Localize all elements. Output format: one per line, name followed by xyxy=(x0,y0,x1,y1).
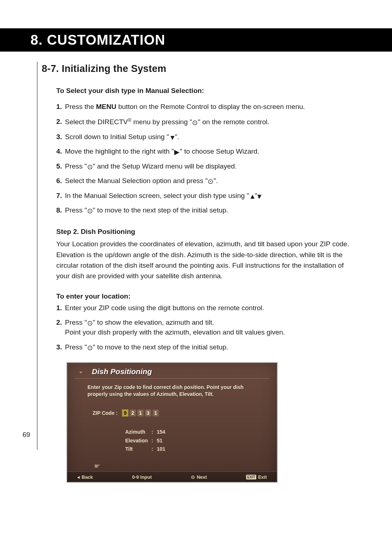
step-text: Scroll down to Initial Setup using "▼". xyxy=(65,133,179,141)
select-icon: ⊙ xyxy=(208,177,213,183)
zip-digit: 9 xyxy=(122,409,128,417)
registered-mark: ® xyxy=(128,117,131,123)
right-icon: ▶ xyxy=(174,147,180,153)
tv-value-row: Azimuth: 154 xyxy=(125,428,168,436)
step-text: Press "⊙" and the Setup Wizard menu will… xyxy=(65,162,237,170)
step-item: 7.In the Manual Selection screen, select… xyxy=(56,191,358,201)
select-icon: ⊙ xyxy=(87,206,93,212)
step-text: In the Manual Selection screen, select y… xyxy=(65,192,259,199)
content-area: 8-7. Initializing the System To Select y… xyxy=(42,63,358,482)
tv-value-label: Azimuth xyxy=(125,428,151,436)
manual-page: 8. CUSTOMIZATION 8-7. Initializing the S… xyxy=(0,0,392,555)
tv-zip-boxes: 92131 xyxy=(122,409,159,417)
select-icon: ⊙ xyxy=(87,162,93,168)
enter-location-steps: 1.Enter your ZIP code using the digit bu… xyxy=(56,303,358,352)
step-item: 1.Press the MENU button on the Remote Co… xyxy=(56,102,358,112)
step-text: Press "⊙" to move to the next step of th… xyxy=(65,343,228,351)
step-continuation: Point your dish properly with the azimut… xyxy=(65,328,358,337)
step-number: 2. xyxy=(56,318,62,328)
tv-zip-label: ZIP Code : xyxy=(93,410,118,416)
page-number: 69 xyxy=(23,431,30,439)
tv-value-label: Tilt xyxy=(125,445,151,453)
tv-title: Dish Positioning xyxy=(92,367,152,376)
select-icon: ⊙ xyxy=(192,118,198,124)
tv-instruction: Enter your Zip code to find correct dish… xyxy=(87,384,257,398)
step-number: 2. xyxy=(56,117,62,127)
step-item: 1.Enter your ZIP code using the digit bu… xyxy=(56,303,358,313)
step-item: 3.Press "⊙" to move to the next step of … xyxy=(56,343,358,352)
step-text: Enter your ZIP code using the digit butt… xyxy=(65,304,264,312)
step-number: 7. xyxy=(56,191,62,201)
step-item: 4.Move the highlight to the right with "… xyxy=(56,147,358,157)
section-title: 8-7. Initializing the System xyxy=(42,63,358,74)
tv-screenshot: ···▸ Dish Positioning Enter your Zip cod… xyxy=(67,363,277,482)
tv-footer-input: 0-9 Input xyxy=(132,474,152,480)
tv-value: 154 xyxy=(157,428,168,436)
step-number: 3. xyxy=(56,343,62,352)
step-text: Move the highlight to the right with "▶"… xyxy=(65,147,259,155)
manual-selection-heading: To Select your dish type in Manual Selec… xyxy=(56,87,358,95)
tv-divider xyxy=(74,378,270,378)
zip-digit: 1 xyxy=(137,409,144,417)
zip-digit: 2 xyxy=(130,409,136,417)
step-item: 2.Select the DIRECTV® menu by pressing "… xyxy=(56,117,358,127)
tv-footer-back: ◂ Back xyxy=(77,474,93,480)
tv-value-label: Elevation xyxy=(125,437,151,445)
step-number: 1. xyxy=(56,303,62,313)
tv-footer-bar: ◂ Back 0-9 Input ⊙ Next EXIT Exit xyxy=(67,471,277,482)
tv-footer-next: ⊙ Next xyxy=(191,474,207,480)
step-item: 8.Press "⊙" to move to the next step of … xyxy=(56,206,358,215)
step-item: 6.Select the Manual Selection option and… xyxy=(56,176,358,186)
step-item: 3.Scroll down to Initial Setup using "▼"… xyxy=(56,132,358,142)
tv-value-row: Tilt: 101 xyxy=(125,445,168,453)
down-icon: ▼ xyxy=(169,133,175,139)
step-text: Select the Manual Selection option and p… xyxy=(65,177,218,185)
updown-icon: ▲▼ xyxy=(249,192,255,198)
exit-badge: EXIT xyxy=(246,475,256,479)
emphasis: MENU xyxy=(96,103,117,110)
tv-title-arrows-icon: ···▸ xyxy=(79,369,82,374)
step-number: 4. xyxy=(56,147,62,157)
vertical-rule xyxy=(37,62,37,450)
step-number: 8. xyxy=(56,206,62,215)
step-text: Press "⊙" to show the elevation, azimuth… xyxy=(65,319,214,326)
zip-digit: 1 xyxy=(152,409,159,417)
tv-footer-exit: EXIT Exit xyxy=(246,474,267,480)
select-icon: ⊙ xyxy=(87,343,93,349)
tv-value-row: Elevation: 51 xyxy=(125,437,168,445)
select-icon: ⊙ xyxy=(191,474,195,480)
step-item: 2.Press "⊙" to show the elevation, azimu… xyxy=(56,318,358,337)
tv-values-table: Azimuth: 154 Elevation: 51 Tilt: 101 xyxy=(124,428,169,454)
tv-value: 51 xyxy=(157,437,168,445)
manual-selection-steps: 1.Press the MENU button on the Remote Co… xyxy=(56,102,358,215)
dish-positioning-paragraph: Your Location provides the coordinates o… xyxy=(56,239,358,281)
step-text: Select the DIRECTV® menu by pressing "⊙"… xyxy=(65,118,269,126)
select-icon: ⊙ xyxy=(87,319,93,324)
enter-location-heading: To enter your location: xyxy=(56,292,358,300)
step-text: Press the MENU button on the Remote Cont… xyxy=(65,103,305,110)
step-number: 3. xyxy=(56,132,62,142)
step-text: Press "⊙" to move to the next step of th… xyxy=(65,206,228,214)
hand-cursor-icon: ☚ xyxy=(94,462,101,470)
left-triangle-icon: ◂ xyxy=(77,474,80,480)
tv-value: 101 xyxy=(157,445,168,453)
zip-digit: 3 xyxy=(145,409,151,417)
chapter-title: 8. CUSTOMIZATION xyxy=(30,32,165,48)
chapter-header-band: 8. CUSTOMIZATION xyxy=(0,28,392,52)
step-number: 5. xyxy=(56,162,62,171)
dish-positioning-heading: Step 2. Dish Positioning xyxy=(56,228,358,236)
tv-zip-row: ZIP Code : 92131 xyxy=(93,409,159,417)
step-item: 5.Press "⊙" and the Setup Wizard menu wi… xyxy=(56,162,358,171)
step-number: 1. xyxy=(56,102,62,112)
step-number: 6. xyxy=(56,176,62,186)
